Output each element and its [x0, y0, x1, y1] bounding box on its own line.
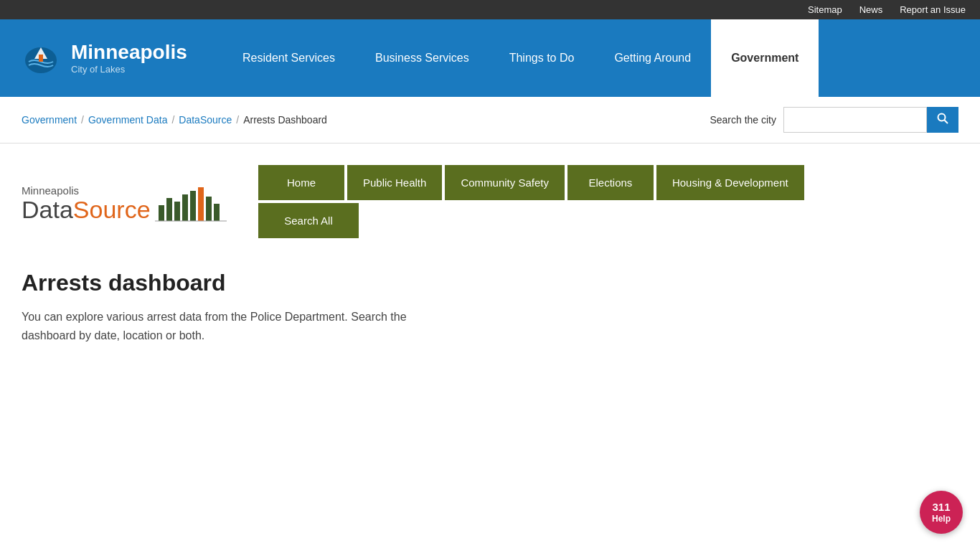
nav-resident-services[interactable]: Resident Services — [222, 19, 355, 97]
nav-things-to-do[interactable]: Things to Do — [489, 19, 595, 97]
ds-community-safety-button[interactable]: Community Safety — [445, 165, 565, 200]
svg-rect-9 — [190, 191, 196, 221]
search-label: Search the city — [710, 114, 776, 126]
svg-rect-12 — [214, 204, 220, 221]
breadcrumb-current: Arrests Dashboard — [243, 114, 327, 126]
news-link[interactable]: News — [859, 4, 883, 15]
nav-business-services[interactable]: Business Services — [355, 19, 489, 97]
main-nav: Minneapolis City of Lakes Resident Servi… — [0, 19, 980, 97]
logo-text: Minneapolis City of Lakes — [71, 42, 187, 75]
datasource-nav-buttons: Home Public Health Community Safety Elec… — [258, 165, 804, 241]
datasource-section: Minneapolis DataSource Home — [22, 165, 958, 241]
svg-point-3 — [938, 114, 946, 121]
breadcrumb: Government / Government Data / DataSourc… — [22, 114, 327, 126]
breadcrumb-section: Government / Government Data / DataSourc… — [0, 97, 980, 143]
svg-rect-7 — [174, 202, 180, 221]
svg-rect-11 — [206, 197, 212, 221]
breadcrumb-sep-1: / — [81, 114, 84, 126]
minneapolis-logo-icon — [22, 39, 61, 78]
datasource-chart-icon — [155, 184, 227, 223]
datasource-logo-text: Minneapolis DataSource — [22, 184, 151, 222]
search-area: Search the city — [710, 107, 958, 133]
svg-rect-8 — [182, 194, 188, 221]
svg-rect-6 — [166, 198, 172, 221]
logo-title: Minneapolis — [71, 42, 187, 64]
ds-housing-development-button[interactable]: Housing & Development — [656, 165, 804, 200]
page-description: You can explore various arrest data from… — [22, 308, 452, 344]
search-input-wrap — [783, 107, 958, 133]
datasource-name: DataSource — [22, 197, 151, 222]
page-title: Arrests dashboard — [22, 270, 958, 296]
datasource-source-part: Source — [73, 196, 151, 223]
report-issue-link[interactable]: Report an Issue — [900, 4, 966, 15]
breadcrumb-government-data[interactable]: Government Data — [88, 114, 168, 126]
nav-getting-around[interactable]: Getting Around — [594, 19, 711, 97]
datasource-nav-row-1: Home Public Health Community Safety Elec… — [258, 165, 804, 200]
svg-rect-5 — [159, 205, 164, 221]
sitemap-link[interactable]: Sitemap — [808, 4, 842, 15]
search-input[interactable] — [783, 107, 927, 133]
datasource-data-part: Data — [22, 196, 73, 223]
ds-home-button[interactable]: Home — [258, 165, 344, 200]
datasource-logo: Minneapolis DataSource — [22, 184, 237, 223]
svg-rect-10 — [198, 187, 204, 221]
svg-line-4 — [945, 121, 948, 124]
search-button[interactable] — [927, 107, 958, 133]
nav-items: Resident Services Business Services Thin… — [222, 19, 980, 97]
ds-search-all-button[interactable]: Search All — [258, 203, 359, 238]
svg-rect-2 — [39, 55, 43, 62]
ds-elections-button[interactable]: Elections — [567, 165, 654, 200]
ds-public-health-button[interactable]: Public Health — [347, 165, 442, 200]
breadcrumb-sep-3: / — [236, 114, 239, 126]
breadcrumb-datasource[interactable]: DataSource — [179, 114, 232, 126]
utility-bar: Sitemap News Report an Issue — [0, 0, 980, 19]
content-area: Minneapolis DataSource Home — [0, 143, 980, 359]
breadcrumb-government[interactable]: Government — [22, 114, 77, 126]
nav-government[interactable]: Government — [711, 19, 819, 97]
datasource-nav-row-2: Search All — [258, 203, 804, 238]
logo-subtitle: City of Lakes — [71, 64, 187, 75]
search-icon — [937, 113, 948, 124]
logo-area: Minneapolis City of Lakes — [0, 19, 222, 97]
breadcrumb-sep-2: / — [171, 114, 174, 126]
